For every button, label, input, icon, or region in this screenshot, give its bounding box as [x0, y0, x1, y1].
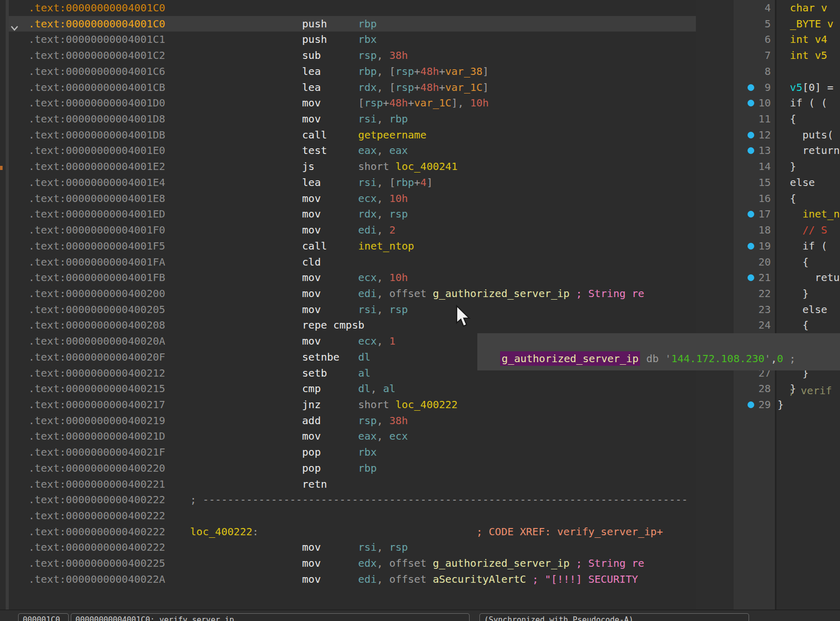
asm-line[interactable]: .text:0000000000400205 mov rsi, rsp	[0, 302, 696, 318]
asm-line[interactable]: .text:00000000004001FA cld	[0, 254, 696, 270]
disassembly-panel[interactable]: .text:00000000004001C0.text:000000000040…	[0, 0, 696, 621]
collapse-arrow-icon[interactable]	[10, 21, 19, 28]
pseudo-line[interactable]: 5 _BYTE v	[696, 16, 840, 32]
asm-line[interactable]: .text:00000000004001F5 call inet_ntop	[0, 238, 696, 254]
asm-line[interactable]: .text:0000000000400222 ; ---------------…	[0, 492, 696, 508]
asm-line[interactable]: .text:00000000004001ED mov rdx, rsp	[0, 206, 696, 222]
asm-line[interactable]: .text:0000000000400222	[0, 508, 696, 524]
line-marker-dot	[748, 243, 754, 250]
code-segment: int v4	[790, 33, 827, 45]
pseudo-line[interactable]: 15 else	[696, 175, 840, 191]
asm-mnemonic: sub	[165, 49, 358, 61]
pseudo-line[interactable]: 16 {	[696, 191, 840, 207]
asm-address: .text:0000000000400225	[28, 557, 165, 569]
code-segment: {	[790, 113, 796, 125]
asm-line[interactable]: .text:00000000004001DB call getpeername	[0, 127, 696, 143]
pseudo-line[interactable]: 11 {	[696, 111, 840, 127]
asm-line[interactable]: .text:0000000000400219 add rsp, 38h	[0, 413, 696, 429]
asm-line[interactable]: .text:0000000000400225 mov edx, offset g…	[0, 555, 696, 571]
asm-line[interactable]: .text:00000000004001CB lea rdx, [rsp+48h…	[0, 80, 696, 96]
asm-line[interactable]: .text:0000000000400208 repe cmpsb	[0, 317, 696, 333]
code-segment: 38h	[389, 49, 408, 61]
pseudo-line[interactable]: 4 char v	[696, 0, 840, 16]
asm-line[interactable]: .text:00000000004001C0 push rbp	[0, 16, 696, 32]
code-segment: puts(	[802, 129, 833, 141]
code-segment: 10h	[470, 97, 489, 109]
code-segment: return	[815, 271, 840, 284]
asm-address: .text:0000000000400220	[28, 462, 165, 474]
asm-line[interactable]: .text:00000000004001C2 sub rsp, 38h	[0, 48, 696, 64]
code-segment: {	[790, 192, 796, 205]
code-segment: ; String re	[570, 557, 645, 569]
code-segment: ]	[427, 176, 433, 189]
code-segment: aSecurityAlertC	[433, 573, 526, 585]
line-number: 11	[696, 111, 771, 127]
code-segment: , offset	[377, 557, 432, 569]
asm-line[interactable]: .text:0000000000400200 mov edi, offset g…	[0, 286, 696, 302]
asm-line[interactable]: .text:0000000000400221 retn	[0, 476, 696, 492]
asm-line[interactable]: .text:00000000004001E2 js short loc_4002…	[0, 159, 696, 175]
asm-line[interactable]: .text:00000000004001D8 mov rsi, rbp	[0, 111, 696, 127]
asm-line[interactable]: .text:00000000004001E8 mov ecx, 10h	[0, 191, 696, 207]
pseudo-code-text: {	[777, 191, 796, 207]
pseudo-line[interactable]: 7 int v5	[696, 48, 840, 64]
pseudo-line[interactable]: 14 }	[696, 159, 840, 175]
code-segment: +	[408, 97, 414, 109]
code-segment: [	[358, 97, 364, 109]
asm-line[interactable]: .text:00000000004001C1 push rbx	[0, 32, 696, 48]
pseudocode-panel[interactable]: 4 char v5 _BYTE v6 int v47 int v589 v5[0…	[696, 0, 840, 621]
code-segment: rsi	[358, 113, 377, 125]
asm-line[interactable]: .text:0000000000400222 loc_400222: ; COD…	[0, 524, 696, 540]
asm-mnemonic: pop	[165, 446, 358, 458]
asm-line[interactable]: .text:0000000000400220 pop rbp	[0, 460, 696, 476]
asm-address: .text:0000000000400208	[28, 319, 165, 331]
code-segment: [0] =	[802, 81, 833, 94]
pseudo-line[interactable]: 22 }	[696, 286, 840, 302]
asm-line[interactable]: .text:00000000004001C0	[0, 0, 696, 16]
asm-line[interactable]: .text:000000000040022A mov edi, offset a…	[0, 571, 696, 587]
asm-address: .text:0000000000400215	[28, 382, 165, 395]
asm-address: .text:0000000000400222	[28, 509, 165, 522]
pseudo-code-text: int v4	[777, 32, 827, 48]
asm-line[interactable]: .text:00000000004001E0 test eax, eax	[0, 143, 696, 159]
code-segment: rsi	[358, 303, 377, 316]
pseudo-line[interactable]: 9 v5[0] =	[696, 80, 840, 96]
code-segment: ,	[377, 541, 389, 553]
asm-line[interactable]: .text:0000000000400222 mov rsi, rsp	[0, 539, 696, 555]
code-segment: inet_n	[802, 208, 839, 220]
pseudo-line[interactable]: 13 return	[696, 143, 840, 159]
pseudo-line[interactable]: 20 {	[696, 254, 840, 270]
asm-mnemonic: push	[165, 18, 358, 30]
code-segment: rsp	[364, 97, 383, 109]
pseudo-line[interactable]: 18 // S	[696, 222, 840, 238]
pseudo-line[interactable]: 24 {	[696, 317, 840, 333]
pseudo-line[interactable]: 6 int v4	[696, 32, 840, 48]
code-segment: if ( (	[790, 97, 827, 109]
code-segment: edi	[358, 224, 377, 236]
code-segment: 144.172.108.230	[671, 352, 765, 365]
pseudo-code-text: return	[777, 270, 840, 286]
asm-line[interactable]: .text:00000000004001FB mov ecx, 10h	[0, 270, 696, 286]
asm-address: .text:00000000004001D8	[28, 113, 165, 125]
code-segment: // S	[802, 224, 827, 236]
line-number: 23	[696, 302, 771, 318]
asm-line[interactable]: .text:00000000004001F0 mov edi, 2	[0, 222, 696, 238]
asm-line[interactable]: .text:00000000004001E4 lea rsi, [rbp+4]	[0, 175, 696, 191]
asm-mnemonic: setb	[165, 367, 358, 379]
pseudo-line[interactable]: 19 if (	[696, 238, 840, 254]
asm-line[interactable]: .text:000000000040021F pop rbx	[0, 444, 696, 460]
pseudo-code-text: int v5	[777, 48, 827, 64]
pseudo-line[interactable]: 23 else	[696, 302, 840, 318]
asm-line[interactable]: .text:000000000040021D mov eax, ecx	[0, 428, 696, 444]
asm-address: .text:000000000040021F	[28, 446, 165, 458]
pseudo-line[interactable]: 17 inet_n	[696, 206, 840, 222]
code-segment: , [	[377, 65, 395, 77]
pseudo-line[interactable]: 8	[696, 64, 840, 80]
pseudo-line[interactable]: 21 return	[696, 270, 840, 286]
pseudo-line[interactable]: 12 puts(	[696, 127, 840, 143]
code-segment: edi	[358, 573, 377, 585]
code-segment: dl	[358, 382, 370, 395]
asm-line[interactable]: .text:00000000004001D0 mov [rsp+48h+var_…	[0, 95, 696, 111]
pseudo-line[interactable]: 10 if ( (	[696, 95, 840, 111]
asm-line[interactable]: .text:00000000004001C6 lea rbp, [rsp+48h…	[0, 64, 696, 80]
